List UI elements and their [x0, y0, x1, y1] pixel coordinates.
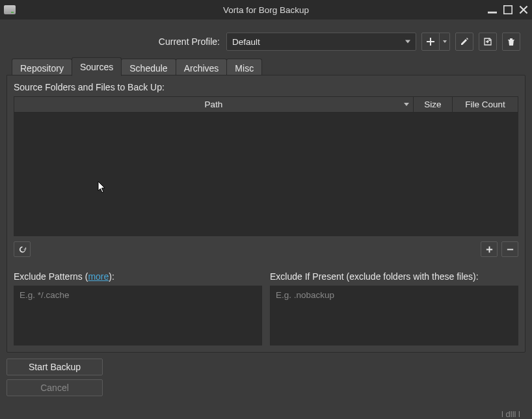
- rename-profile-button[interactable]: [455, 33, 473, 51]
- minus-icon: [506, 245, 514, 254]
- bottom-text: l dlll l: [501, 409, 520, 419]
- titlebar: Vorta for Borg Backup: [0, 0, 532, 20]
- col-file-count[interactable]: File Count: [453, 97, 518, 112]
- chevron-down-icon: [405, 40, 410, 44]
- table-actions: [14, 241, 518, 257]
- table-body[interactable]: [14, 113, 518, 236]
- plus-icon[interactable]: [421, 33, 440, 51]
- edit-icon: [460, 37, 469, 46]
- start-backup-button[interactable]: Start Backup: [7, 358, 103, 375]
- tab-repository[interactable]: Repository: [12, 59, 72, 77]
- sources-panel: Source Folders and Files to Back Up: Pat…: [7, 75, 525, 353]
- sources-label: Source Folders and Files to Back Up:: [14, 82, 518, 92]
- sort-chevron-icon: [404, 103, 409, 106]
- profile-selected: Default: [232, 37, 260, 47]
- tabs: Repository Sources Schedule Archives Mis…: [0, 57, 532, 75]
- trash-icon: [507, 37, 516, 46]
- add-source-button[interactable]: [481, 241, 498, 257]
- export-icon: [483, 37, 492, 46]
- col-size[interactable]: Size: [414, 97, 453, 112]
- exclude-patterns-col: Exclude Patterns (more):: [14, 271, 262, 345]
- profile-row: Current Profile: Default: [0, 20, 532, 57]
- col-path[interactable]: Path: [14, 97, 414, 112]
- add-profile-button[interactable]: [421, 33, 450, 51]
- profile-select[interactable]: Default: [226, 33, 416, 51]
- tab-schedule[interactable]: Schedule: [121, 59, 176, 77]
- bottom-buttons: Start Backup Cancel: [0, 353, 109, 401]
- exclude-if-present-input[interactable]: [270, 286, 518, 345]
- add-profile-dropdown[interactable]: [440, 33, 450, 51]
- tab-sources[interactable]: Sources: [72, 57, 122, 76]
- exclude-patterns-post: ):: [109, 271, 114, 282]
- exclude-if-present-col: Exclude If Present (exclude folders with…: [270, 271, 518, 345]
- main-window: Current Profile: Default Repository Sour…: [0, 20, 532, 419]
- refresh-button[interactable]: [14, 241, 31, 257]
- excludes-row: Exclude Patterns (more): Exclude If Pres…: [14, 271, 518, 345]
- delete-profile-button[interactable]: [502, 33, 520, 51]
- refresh-icon: [18, 245, 27, 254]
- exclude-patterns-label: Exclude Patterns (more):: [14, 271, 262, 282]
- sources-table[interactable]: Path Size File Count: [14, 96, 518, 236]
- exclude-patterns-input[interactable]: [14, 286, 262, 345]
- exclude-patterns-pre: Exclude Patterns (: [14, 271, 88, 282]
- exclude-if-present-label: Exclude If Present (exclude folders with…: [270, 271, 518, 282]
- profile-label: Current Profile:: [159, 36, 220, 47]
- tab-archives[interactable]: Archives: [176, 59, 228, 77]
- cancel-button[interactable]: Cancel: [7, 379, 103, 396]
- plus-icon: [485, 245, 494, 254]
- export-profile-button[interactable]: [479, 33, 497, 51]
- remove-source-button[interactable]: [501, 241, 518, 257]
- table-header: Path Size File Count: [14, 97, 518, 113]
- tab-misc[interactable]: Misc: [226, 59, 262, 77]
- window-title: Vorta for Borg Backup: [0, 5, 532, 15]
- exclude-more-link[interactable]: more: [88, 271, 109, 282]
- col-path-label: Path: [205, 100, 223, 109]
